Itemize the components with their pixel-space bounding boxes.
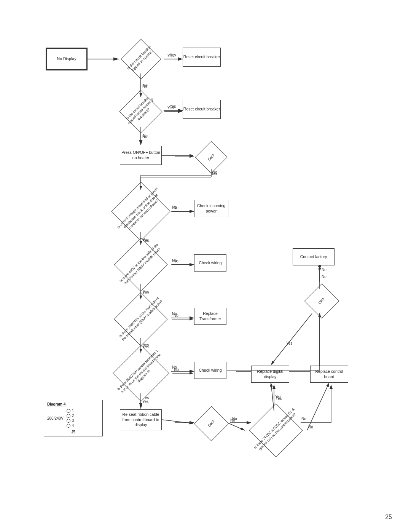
q9-diamond: OK? <box>304 289 339 313</box>
svg-line-76 <box>162 420 193 423</box>
svg-text:Yes: Yes <box>142 291 148 295</box>
svg-text:No: No <box>143 83 148 88</box>
svg-text:No: No <box>174 367 179 372</box>
svg-text:Yes: Yes <box>167 54 174 58</box>
svg-text:No: No <box>172 205 177 209</box>
q6-diamond: Is there 208/240V at the load side of th… <box>110 300 171 338</box>
svg-text:Yes: Yes <box>167 106 174 110</box>
svg-line-83 <box>271 313 312 365</box>
svg-text:Yes: Yes <box>143 290 149 294</box>
svg-text:Yes: Yes <box>276 396 282 401</box>
svg-text:No: No <box>174 313 178 318</box>
page-number: 25 <box>385 514 392 521</box>
replace-transformer: Replace Transformer <box>194 308 226 325</box>
page: Yes No Yes No No No Yes No Yes No <box>0 0 411 532</box>
svg-text:No: No <box>143 134 148 138</box>
svg-text:Yes: Yes <box>286 341 292 345</box>
svg-text:No: No <box>142 84 147 88</box>
replace-digital-display: Replace digital display <box>251 366 289 383</box>
no-display-box: No Display <box>46 48 88 70</box>
check-wiring-2: Check wiring <box>194 362 226 379</box>
svg-text:Yes: Yes <box>142 399 148 404</box>
ok-q8-diamond: OK? <box>194 411 228 436</box>
svg-text:No: No <box>232 417 237 421</box>
replace-control-board: Replace control board <box>310 366 348 383</box>
svg-text:No: No <box>172 259 177 263</box>
q10-diamond: Is there 24VDC ± 5VDC across D1 & ground… <box>245 411 306 449</box>
reseat-ribbon-action: Re-seat ribbon cable from control board … <box>120 409 162 430</box>
q1-diamond: Is the circuit breaker tripped at source… <box>118 45 164 73</box>
diagram4-box: Diagram 4 208/240V 1 2 3 4 J5 <box>44 400 103 436</box>
q7-diamond: Is there 208/240V across terminals 1 & 2… <box>110 353 172 393</box>
svg-line-87 <box>307 383 329 430</box>
svg-text:No: No <box>308 425 313 429</box>
check-incoming-power: Check incoming power <box>194 200 228 217</box>
svg-text:Yes: Yes <box>170 104 176 109</box>
q5-diamond: Is there 480V at the line side of the tr… <box>110 246 171 284</box>
svg-text:No: No <box>322 275 327 279</box>
press-onoff-action: Press ON/OFF button on heater <box>120 146 162 165</box>
reset-cb-1: Reset circuit breaker <box>183 48 221 67</box>
q4-diamond: Is correct voltage measured at power dis… <box>110 190 171 232</box>
svg-text:Yes: Yes <box>170 53 176 57</box>
q2-diamond: Is the circuit breaker tripped inside he… <box>118 96 164 127</box>
svg-text:No: No <box>174 206 178 210</box>
contact-factory-box: Contact factory <box>293 248 335 265</box>
ok-q3-diamond: OK? <box>194 146 228 169</box>
svg-text:No: No <box>172 312 177 316</box>
diagram4-title: Diagram 4 <box>47 402 99 406</box>
svg-text:Yes: Yes <box>143 343 149 347</box>
reset-cb-2: Reset circuit breaker <box>183 100 221 119</box>
svg-text:No: No <box>230 418 235 422</box>
svg-text:No: No <box>212 172 217 176</box>
svg-text:No: No <box>172 365 177 369</box>
svg-text:No: No <box>322 268 327 272</box>
svg-line-77 <box>229 423 245 430</box>
svg-text:Yes: Yes <box>275 395 281 399</box>
svg-text:No: No <box>174 259 178 263</box>
svg-text:No: No <box>142 134 147 139</box>
check-wiring-480: Check wiring <box>194 254 226 272</box>
